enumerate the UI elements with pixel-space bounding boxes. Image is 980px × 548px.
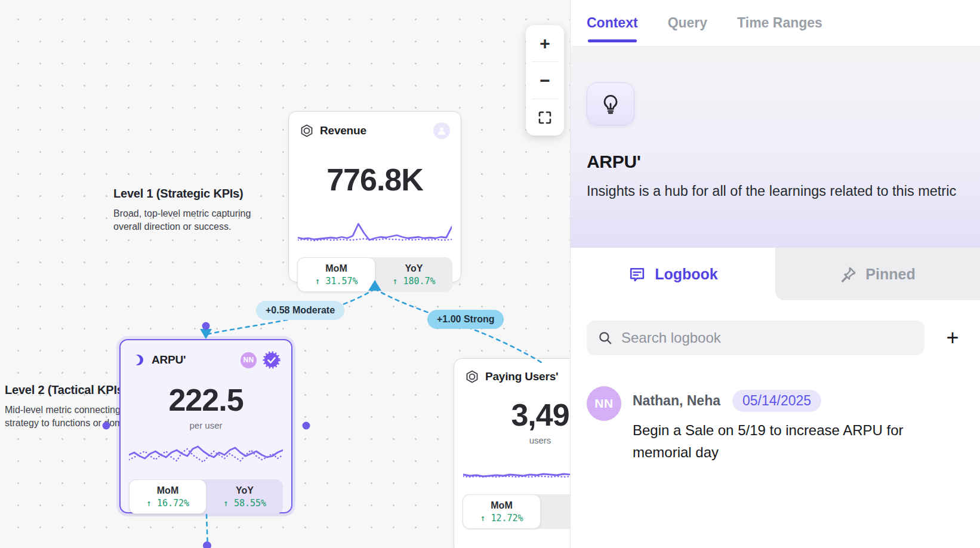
level1-annotation: Level 1 (Strategic KPIs) Broad, top-leve… [113, 187, 260, 234]
tab-query[interactable]: Query [668, 0, 707, 46]
yoy-toggle[interactable]: YoY ↑ 58.55% [207, 479, 283, 514]
yoy-toggle[interactable] [541, 494, 570, 529]
node-handle-right[interactable] [303, 422, 310, 430]
lightbulb-icon [587, 82, 634, 125]
mom-value: ↑ 31.57% [315, 276, 358, 287]
correlation-label-moderate: +0.58 Moderate [256, 301, 344, 320]
level1-title: Level 1 (Strategic KPIs) [113, 187, 260, 201]
logbook-search[interactable] [587, 321, 924, 355]
mom-value: ↑ 12.72% [480, 513, 523, 524]
mom-value: ↑ 16.72% [146, 498, 189, 509]
tab-logbook[interactable]: Logbook [571, 248, 775, 300]
tab-pinned[interactable]: Pinned [775, 248, 980, 300]
correlation-label-strong: +1.00 Strong [427, 310, 504, 329]
entry-text: Begin a Sale on 5/19 to increase ARPU fo… [633, 419, 931, 463]
yoy-toggle[interactable]: YoY ↑ 180.7% [375, 257, 452, 292]
panel-tab-bar: Context Query Time Ranges [571, 0, 980, 47]
mom-label: MoM [157, 485, 178, 496]
period-toggle: MoM ↑ 12.72% [463, 494, 570, 529]
tab-context[interactable]: Context [587, 0, 638, 46]
metric-tree-app: Level 1 (Strategic KPIs) Broad, top-leve… [0, 0, 980, 548]
tab-pinned-label: Pinned [865, 266, 915, 283]
mom-toggle[interactable]: MoM ↑ 16.72% [129, 479, 207, 514]
metric-node-arpu[interactable]: ARPU' NN 222.5 per user MoM ↑ 16.72% YoY [119, 339, 292, 513]
entry-date-badge: 05/14/2025 [732, 390, 821, 412]
metric-node-title: Paying Users' [485, 370, 558, 383]
node-handle-bottom[interactable] [203, 541, 211, 548]
metric-title: ARPU' [587, 152, 964, 172]
metric-node-title: Revenue [320, 124, 366, 137]
context-panel: Context Query Time Ranges ARPU' Insights… [570, 0, 980, 548]
metric-node-revenue[interactable]: Revenue 776.8K MoM ↑ 31.57% YoY ↑ 180.7% [288, 111, 461, 282]
sparkline-chart [298, 219, 452, 248]
add-log-entry-button[interactable]: + [941, 327, 964, 349]
logbook-tab-bar: Logbook Pinned [571, 248, 980, 300]
metric-description: Insights is a hub for all of the learnin… [587, 181, 957, 201]
hexagon-metric-icon [465, 370, 479, 384]
owner-avatar-icon [433, 122, 450, 139]
sparkline-chart [129, 441, 283, 470]
search-input[interactable] [621, 330, 914, 346]
logbook-comment-icon [628, 265, 646, 284]
zoom-in-button[interactable]: + [526, 25, 564, 61]
metric-value: 776.8K [297, 164, 452, 195]
search-icon [597, 330, 613, 346]
yoy-label: YoY [405, 263, 423, 274]
period-toggle: MoM ↑ 31.57% YoY ↑ 180.7% [297, 257, 452, 292]
mom-label: MoM [325, 263, 347, 274]
collaborator-badge: NN [241, 352, 257, 368]
entry-avatar: NN [587, 386, 621, 421]
metric-node-title: ARPU' [152, 353, 186, 367]
zoom-out-button[interactable]: − [526, 62, 564, 98]
node-handle-top[interactable] [202, 322, 210, 330]
metric-value: 3,49 [463, 399, 570, 430]
tab-logbook-label: Logbook [655, 266, 718, 283]
fullscreen-icon [538, 110, 552, 125]
fit-view-button[interactable] [526, 99, 564, 136]
logbook-content: + NN Nathan, Neha 05/14/2025 Begin a Sal… [571, 300, 980, 548]
metric-unit: per user [129, 420, 283, 430]
moon-metric-icon [131, 353, 146, 367]
yoy-label: YoY [236, 485, 254, 496]
metric-node-paying-users[interactable]: Paying Users' 3,49 users MoM ↑ 12.72% [454, 358, 570, 548]
hexagon-metric-icon [300, 124, 314, 138]
metric-unit: users [463, 435, 570, 445]
yoy-value: ↑ 58.55% [223, 498, 266, 509]
entry-author: Nathan, Neha [633, 393, 720, 409]
canvas-zoom-controls: + − [526, 25, 564, 136]
metric-context-header: ARPU' Insights is a hub for all of the l… [571, 47, 980, 248]
metric-value: 222.5 [129, 384, 283, 415]
mom-toggle[interactable]: MoM ↑ 12.72% [463, 494, 541, 529]
metric-tree-canvas[interactable]: Level 1 (Strategic KPIs) Broad, top-leve… [0, 0, 570, 548]
level1-description: Broad, top-level metric capturing overal… [113, 207, 260, 234]
yoy-value: ↑ 180.7% [392, 276, 435, 287]
pin-icon [840, 266, 857, 283]
verified-check-icon [263, 351, 281, 369]
edge-arrowhead-down [200, 329, 212, 339]
tab-time-ranges[interactable]: Time Ranges [737, 0, 822, 46]
mom-toggle[interactable]: MoM ↑ 31.57% [297, 257, 375, 292]
sparkline-chart [463, 456, 570, 485]
mom-label: MoM [491, 500, 512, 511]
logbook-entry: NN Nathan, Neha 05/14/2025 Begin a Sale … [587, 386, 964, 463]
period-toggle: MoM ↑ 16.72% YoY ↑ 58.55% [129, 479, 283, 514]
